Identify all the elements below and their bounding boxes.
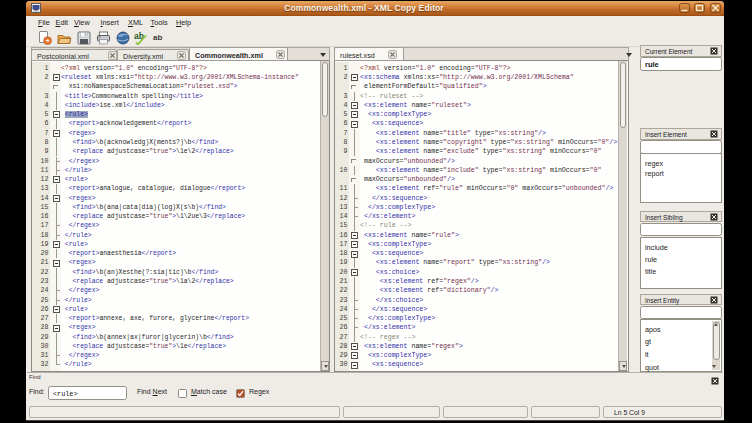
svg-text:ab: ab [153, 33, 162, 42]
